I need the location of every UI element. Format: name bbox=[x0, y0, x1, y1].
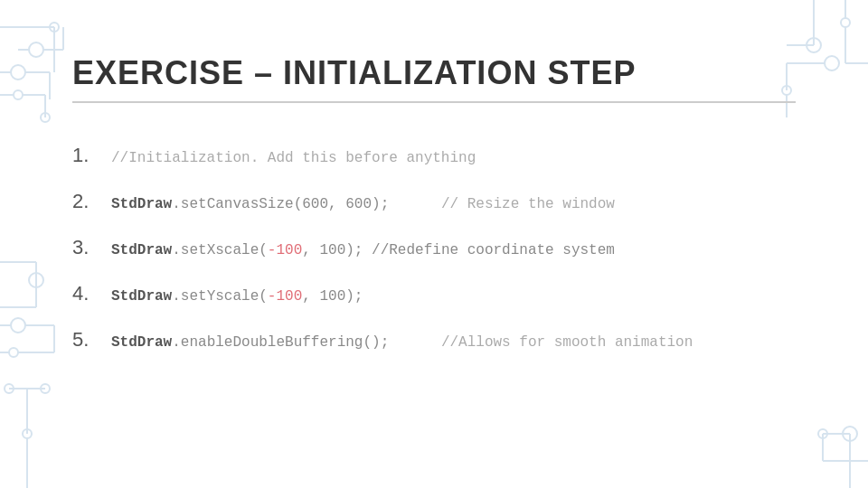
code-line-4: 4. StdDraw.setYscale(-100, 100); bbox=[72, 278, 796, 308]
svg-point-2 bbox=[50, 23, 59, 32]
svg-point-15 bbox=[41, 113, 50, 122]
slide-container: EXERCISE – INITIALIZATION STEP 1. //Init… bbox=[0, 0, 868, 488]
svg-point-30 bbox=[41, 384, 50, 393]
code-bold-5: StdDraw bbox=[111, 334, 172, 351]
line-number-4: 4. bbox=[72, 278, 104, 308]
code-content-1: //Initialization. Add this before anythi… bbox=[111, 147, 476, 169]
code-method-4: .setYscale(-100, 100); bbox=[172, 288, 363, 305]
line-number-3: 3. bbox=[72, 232, 104, 262]
svg-point-19 bbox=[29, 273, 43, 287]
comment-2: // Resize the window bbox=[441, 196, 615, 212]
code-content-3: StdDraw.setXscale(-100, 100); //Redefine… bbox=[111, 239, 615, 261]
code-method-5: .enableDoubleBuffering(); bbox=[172, 334, 441, 351]
code-bold-2: StdDraw bbox=[111, 196, 172, 212]
svg-point-48 bbox=[818, 429, 827, 438]
code-bold-3: StdDraw bbox=[111, 242, 172, 258]
code-line-5: 5. StdDraw.enableDoubleBuffering(); //Al… bbox=[72, 324, 796, 354]
svg-point-31 bbox=[23, 429, 32, 438]
svg-point-3 bbox=[29, 42, 43, 57]
svg-point-24 bbox=[9, 348, 18, 357]
code-line-2: 2. StdDraw.setCanvasSize(600, 600); // R… bbox=[72, 186, 796, 216]
code-method-3: .setXscale(-100, 100); //Redefine coordi… bbox=[172, 242, 615, 258]
svg-point-7 bbox=[11, 65, 25, 80]
line-number-1: 1. bbox=[72, 140, 104, 170]
svg-point-40 bbox=[825, 56, 839, 70]
slide-title: EXERCISE – INITIALIZATION STEP bbox=[72, 54, 796, 103]
line-number-5: 5. bbox=[72, 324, 104, 354]
code-content-4: StdDraw.setYscale(-100, 100); bbox=[111, 286, 363, 307]
code-bold-4: StdDraw bbox=[111, 288, 172, 305]
svg-point-46 bbox=[843, 427, 857, 441]
title-area: EXERCISE – INITIALIZATION STEP bbox=[72, 54, 796, 130]
content-area: 1. //Initialization. Add this before any… bbox=[72, 140, 796, 371]
svg-point-29 bbox=[5, 384, 14, 393]
svg-point-11 bbox=[14, 90, 23, 99]
code-method-2: .setCanvasSize(600, 600); bbox=[172, 196, 441, 212]
code-line-3: 3. StdDraw.setXscale(-100, 100); //Redef… bbox=[72, 232, 796, 262]
comment-1: //Initialization. Add this before anythi… bbox=[111, 150, 476, 166]
code-line-1: 1. //Initialization. Add this before any… bbox=[72, 140, 796, 170]
comment-5: //Allows for smooth animation bbox=[441, 334, 693, 351]
line-number-2: 2. bbox=[72, 186, 104, 216]
svg-point-20 bbox=[11, 318, 25, 333]
code-content-5: StdDraw.enableDoubleBuffering(); //Allow… bbox=[111, 332, 693, 353]
svg-point-35 bbox=[807, 38, 821, 52]
svg-point-36 bbox=[841, 18, 850, 27]
code-content-2: StdDraw.setCanvasSize(600, 600); // Resi… bbox=[111, 193, 615, 215]
